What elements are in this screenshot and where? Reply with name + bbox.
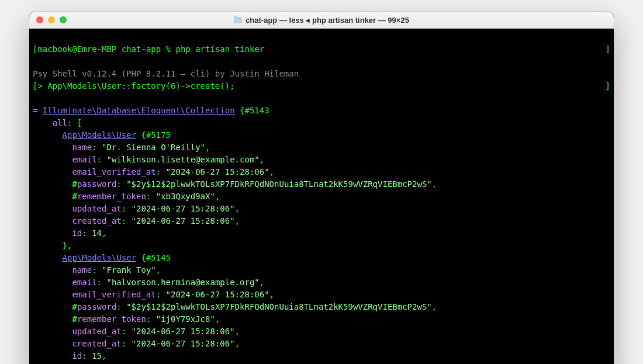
token-value: ij0Y79xJc8	[161, 314, 210, 324]
prompt-line: [macbook@Emre-MBP chat-app % php artisan…	[33, 43, 610, 56]
all-key: all	[53, 118, 67, 127]
password-value: $2y$12$2plwwkTOLsXP7FDkRFQdNOnUuia8TLnat…	[132, 302, 427, 311]
input-line: [> App\Models\User::factory(6)->create()…	[33, 80, 610, 92]
id-value: 15	[92, 351, 102, 360]
tinker-code: App\Models\User::factory(6)->create();	[47, 81, 234, 91]
collection-hash: #5143	[244, 106, 269, 115]
record-hash: #5145	[146, 253, 171, 262]
window-title-text: chat-app — less ◂ php artisan tinker — 9…	[246, 16, 409, 25]
name-value: Dr. Sienna O'Reilly	[106, 143, 200, 152]
zoom-icon[interactable]	[60, 16, 67, 23]
token-value: xb3Qxyd9aX	[161, 192, 210, 201]
user-host: macbook@Emre-MBP	[37, 44, 116, 54]
traffic-lights	[36, 16, 67, 23]
created-value: 2024-06-27 15:28:06	[136, 339, 230, 348]
cwd: chat-app	[122, 44, 161, 54]
id-value: 14	[92, 228, 102, 238]
folder-icon	[234, 17, 242, 23]
user-class: App\Models\User	[63, 253, 136, 262]
bracket-close: ]	[606, 43, 610, 56]
password-value: $2y$12$2plwwkTOLsXP7FDkRFQdNOnUuia8TLnat…	[132, 179, 427, 189]
minimize-icon[interactable]	[48, 16, 55, 23]
psy-banner: Psy Shell v0.12.4 (PHP 8.2.11 — cli) by …	[33, 69, 299, 78]
terminal-body[interactable]: [macbook@Emre-MBP chat-app % php artisan…	[29, 29, 614, 364]
record-block: App\Models\User {#5175 name: "Dr. Sienna…	[33, 130, 437, 250]
verified-value: 2024-06-27 15:28:06	[171, 290, 264, 299]
window-title: chat-app — less ◂ php artisan tinker — 9…	[35, 16, 608, 25]
updated-value: 2024-06-27 15:28:06	[136, 327, 230, 336]
record-hash: #5175	[146, 130, 171, 140]
name-value: Frank Toy	[106, 265, 151, 275]
record-block: App\Models\User {#5145 name: "Frank Toy"…	[33, 253, 437, 364]
close-icon[interactable]	[36, 16, 43, 23]
verified-value: 2024-06-27 15:28:06	[171, 167, 264, 176]
titlebar: chat-app — less ◂ php artisan tinker — 9…	[29, 12, 614, 29]
updated-value: 2024-06-27 15:28:06	[136, 204, 230, 213]
user-class: App\Models\User	[63, 130, 136, 140]
terminal-window: chat-app — less ◂ php artisan tinker — 9…	[29, 12, 614, 364]
email-value: wilkinson.lisette@example.com	[112, 155, 254, 164]
command: php artisan tinker	[175, 44, 264, 54]
collection-class: Illuminate\Database\Eloquent\Collection	[43, 106, 235, 115]
created-value: 2024-06-27 15:28:06	[136, 216, 230, 226]
email-value: halvorson.hermina@example.org	[112, 278, 254, 287]
